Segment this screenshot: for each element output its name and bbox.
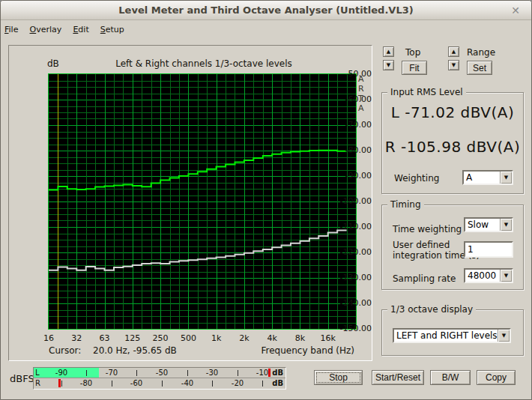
meter-channel-label: L <box>35 369 40 377</box>
meter-scale-tick <box>86 370 87 376</box>
meter-scale-tick <box>61 381 62 387</box>
meter-scale-tick <box>212 381 213 387</box>
x-tick-label: 500 <box>173 333 203 344</box>
fit-button[interactable]: Fit <box>402 61 427 75</box>
meter-scale-tick <box>187 370 188 376</box>
start-reset-button[interactable]: Start/Reset <box>372 370 424 385</box>
timing-group: Timing Time weighting Slow ▼ User define… <box>381 204 524 290</box>
top-spin-down-button[interactable]: ▼ <box>383 60 394 70</box>
close-icon: ✕ <box>511 4 520 16</box>
y-tick-label: -100.00 <box>337 196 372 207</box>
y-tick-label: -120.00 <box>337 247 372 258</box>
x-tick-label: 2k <box>229 333 259 344</box>
x-tick-label: 32 <box>61 333 91 344</box>
set-button[interactable]: Set <box>467 61 492 75</box>
window-title: Level Meter and Third Octave Analyser (U… <box>1 4 531 16</box>
input-rms-group: Input RMS Level L -71.02 dBV(A) R -105.9… <box>381 92 524 194</box>
meter-scale-label: -90 <box>51 369 72 377</box>
y-tick-label: -90.00 <box>337 171 372 181</box>
down-arrow-icon: ▼ <box>452 62 456 68</box>
meter-scale-label: -40 <box>177 379 198 387</box>
sampling-rate-label: Sampling rate <box>393 273 456 284</box>
up-arrow-icon: ▲ <box>452 49 456 55</box>
menu-item-setup[interactable]: Setup <box>97 22 128 34</box>
meter-scale-label: -80 <box>76 379 97 387</box>
down-arrow-icon: ▼ <box>387 62 390 68</box>
x-tick-label: 16 <box>34 333 64 344</box>
x-axis-title: Frequency band (Hz) <box>262 345 355 356</box>
meter-scale-label: -60 <box>126 379 147 387</box>
menu-item-overlay[interactable]: Overlay <box>26 22 66 34</box>
title-bar[interactable]: Level Meter and Third Octave Analyser (U… <box>1 1 531 20</box>
sampling-rate-value: 48000 <box>468 270 496 281</box>
meter-unit-label: dB <box>272 369 283 377</box>
meter-channel-label: R <box>35 379 40 387</box>
chart-panel: dB Left & Right channels 1/3-octave leve… <box>8 45 372 361</box>
up-arrow-icon: ▲ <box>387 49 390 55</box>
integration-time-label-line1: User defined <box>393 240 450 250</box>
y-tick-label: -70.00 <box>337 120 372 130</box>
octave-plot[interactable] <box>48 73 357 330</box>
meter-scale-tick <box>112 381 112 387</box>
octave-display-group-label: 1/3 octave display <box>387 304 476 315</box>
octave-display-value: LEFT and RIGHT levels <box>396 330 498 341</box>
chevron-down-icon[interactable]: ▼ <box>500 270 512 282</box>
integration-time-input[interactable]: 1 <box>464 241 513 258</box>
range-spin-up-button[interactable]: ▲ <box>448 46 459 57</box>
top-spin-up-button[interactable]: ▲ <box>383 46 394 57</box>
meter-unit-label: dB <box>272 379 283 387</box>
time-weighting-label: Time weighting <box>393 224 462 234</box>
chevron-down-icon[interactable]: ▼ <box>498 330 510 342</box>
time-weighting-value: Slow <box>468 219 489 230</box>
close-button[interactable]: ✕ <box>509 4 522 17</box>
x-tick-label: 125 <box>118 333 148 344</box>
x-tick-label: 8k <box>285 333 315 344</box>
y-tick-label: -130.00 <box>337 273 372 283</box>
arta-watermark-letter: A <box>358 103 369 113</box>
octave-display-group: 1/3 octave display LEFT and RIGHT levels… <box>381 309 524 356</box>
meter-scale-tick <box>238 370 238 376</box>
y-tick-label: -150.00 <box>337 324 372 334</box>
chart-title: Left & Right channels 1/3-octave levels <box>82 58 325 69</box>
chevron-down-icon[interactable]: ▼ <box>500 172 512 184</box>
rms-right-value: R -105.98 dBV(A) <box>382 138 523 156</box>
meter-scale-tick <box>136 370 137 376</box>
chevron-down-icon[interactable]: ▼ <box>500 219 512 231</box>
input-rms-group-label: Input RMS Level <box>387 87 466 97</box>
menu-item-file[interactable]: File <box>1 22 22 34</box>
time-weighting-select[interactable]: Slow ▼ <box>464 217 513 232</box>
weighting-value: A <box>466 172 472 183</box>
y-tick-label: -80.00 <box>337 145 372 156</box>
copy-button[interactable]: Copy <box>477 370 516 385</box>
meter-scale-label: -70 <box>101 369 122 377</box>
stop-button[interactable]: Stop <box>314 370 363 385</box>
meter-scale-tick <box>262 381 263 387</box>
y-tick-label: -140.00 <box>337 298 372 309</box>
cursor-readout-value: 20.0 Hz, -95.65 dB <box>93 345 177 356</box>
cursor-readout-label: Cursor: <box>49 345 81 356</box>
arta-watermark-letter: A <box>358 74 369 84</box>
meter-scale-tick <box>162 381 163 387</box>
meter-scale-label: -30 <box>202 369 223 377</box>
app-window: Level Meter and Third Octave Analyser (U… <box>0 0 532 400</box>
meter-peak-indicator <box>58 379 61 387</box>
meter-scale-label: -50 <box>151 369 172 377</box>
meter-peak-indicator <box>268 369 270 377</box>
x-tick-label: 4k <box>257 333 287 344</box>
menu-item-edit[interactable]: Edit <box>69 22 92 34</box>
top-label: Top <box>405 47 420 58</box>
y-axis-unit-label: dB <box>47 58 59 69</box>
menu-bar: File Overlay Edit Setup <box>1 21 531 37</box>
weighting-label: Weighting <box>394 173 439 184</box>
sampling-rate-select[interactable]: 48000 ▼ <box>464 268 513 283</box>
octave-display-select[interactable]: LEFT and RIGHT levels ▼ <box>393 328 511 343</box>
arta-watermark-letter: R <box>358 84 369 94</box>
bw-button[interactable]: B/W <box>430 370 471 385</box>
weighting-select[interactable]: A ▼ <box>462 170 513 185</box>
x-tick-label: 1k <box>202 333 232 344</box>
rms-left-value: L -71.02 dBV(A) <box>382 103 523 121</box>
range-spin-down-button[interactable]: ▼ <box>448 60 459 70</box>
x-tick-label: 63 <box>90 333 120 344</box>
x-tick-label: 16k <box>313 333 343 344</box>
meter-row-left: L-90-70-50-30-10dB <box>34 368 285 378</box>
